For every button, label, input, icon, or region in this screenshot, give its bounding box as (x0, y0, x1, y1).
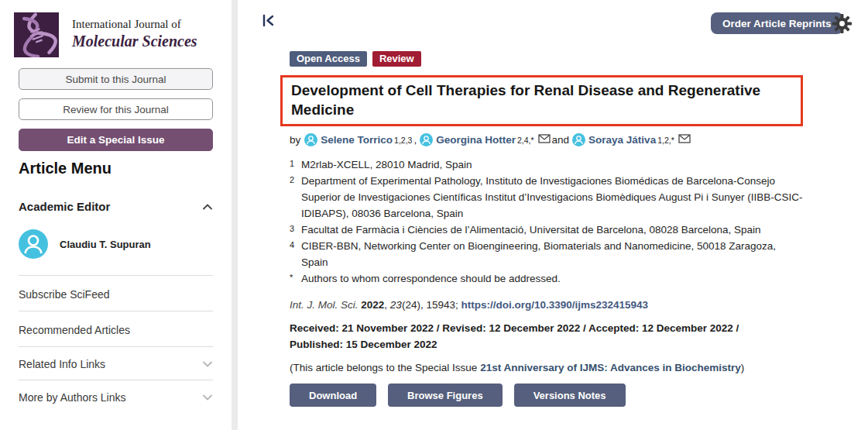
chevron-up-icon (202, 203, 213, 211)
author-link-georgina-hotter[interactable]: Georgina Hotter (436, 134, 516, 146)
special-issue-suffix: ) (741, 362, 745, 373)
avatar-icon (19, 229, 48, 259)
affiliation-list: 1 M2rlab-XCELL, 28010 Madrid, Spain 2 De… (290, 157, 805, 287)
affiliation-row: 1 M2rlab-XCELL, 28010 Madrid, Spain (290, 157, 805, 173)
affiliation-text: Authors to whom correspondence should be… (301, 270, 805, 287)
journal-name-line2: Molecular Sciences (72, 33, 197, 50)
author-avatar-icon (304, 133, 317, 146)
divider (19, 311, 213, 311)
citation-volume: 23 (390, 299, 402, 311)
affiliation-marker: 4 (290, 238, 301, 270)
browse-figures-button[interactable]: Browse Figures (388, 384, 503, 407)
doi-link[interactable]: https://doi.org/10.3390/ijms232415943 (461, 299, 648, 311)
citation-rest: (24), 15943; (402, 299, 461, 311)
author-affil-sup: 1,2,* (657, 136, 674, 145)
review-badge: Review (372, 51, 421, 67)
affiliation-marker: * (290, 270, 301, 287)
author-row: by Selene Torrico 1,2,3 , Georgina Hotte… (290, 133, 805, 146)
journal-abbrev: Int. J. Mol. Sci. (290, 299, 359, 311)
special-issue-prefix: (This article belongs to the Special Iss… (290, 362, 480, 373)
author-link-selene-torrico[interactable]: Selene Torrico (321, 134, 393, 146)
gear-icon[interactable] (832, 13, 853, 37)
author-separator: , (413, 134, 417, 146)
sidebar-item-subscribe-scifeed[interactable]: Subscribe SciFeed (19, 288, 213, 301)
badge-row: Open Access Review (290, 51, 805, 67)
by-label: by (290, 134, 300, 146)
history-line1: Received: 21 November 2022 / Revised: 12… (290, 320, 805, 336)
affiliation-row: * Authors to whom correspondence should … (290, 270, 805, 287)
divider (19, 275, 213, 276)
academic-editor-item[interactable]: Claudiu T. Supuran (19, 229, 151, 259)
envelope-icon[interactable] (538, 134, 551, 146)
submit-to-journal-button[interactable]: Submit to this Journal (19, 68, 213, 90)
affiliation-row: 2 Department of Experimental Pathology, … (290, 173, 805, 222)
subscribe-scifeed-label: Subscribe SciFeed (19, 288, 110, 301)
citation-comma: , (384, 299, 390, 311)
action-button-row: Download Browse Figures Versions Notes (290, 384, 805, 407)
sidebar-item-recommended-articles[interactable]: Recommended Articles (19, 324, 213, 336)
author-affil-sup: 2,4,* (517, 136, 534, 145)
affiliation-row: 3 Facultat de Farmàcia i Ciències de l’A… (290, 222, 805, 238)
affiliation-marker: 1 (290, 157, 301, 173)
sidebar-main-divider (232, 0, 238, 430)
journal-name-line1: International Journal of (72, 18, 197, 31)
affiliation-text: Department of Experimental Pathology, In… (301, 173, 805, 222)
order-article-reprints-button[interactable]: Order Article Reprints (711, 12, 843, 34)
article-main: Open Access Review Development of Cell T… (290, 51, 805, 407)
article-page: International Journal of Molecular Scien… (0, 0, 868, 430)
versions-notes-button[interactable]: Versions Notes (514, 384, 626, 407)
history-line2: Published: 15 December 2022 (290, 336, 805, 353)
citation-year: 2022 (361, 299, 384, 311)
dna-helix-icon (14, 12, 59, 57)
author-avatar-icon (572, 133, 585, 146)
open-access-badge: Open Access (290, 51, 367, 67)
envelope-icon[interactable] (678, 134, 691, 146)
affiliation-text: CIBER-BBN, Networking Center on Bioengin… (301, 238, 805, 270)
article-menu-title: Article Menu (19, 160, 112, 177)
academic-editor-name: Claudiu T. Supuran (60, 239, 151, 250)
article-title: Development of Cell Therapies for Renal … (291, 81, 792, 119)
affiliation-row: 4 CIBER-BBN, Networking Center on Bioeng… (290, 238, 805, 270)
affiliation-marker: 2 (290, 173, 301, 222)
edit-special-issue-button[interactable]: Edit a Special Issue (19, 129, 213, 151)
review-for-journal-button[interactable]: Review for this Journal (19, 98, 213, 120)
citation-line: Int. J. Mol. Sci. 2022, 23(24), 15943; h… (290, 299, 805, 311)
academic-editor-label: Academic Editor (19, 200, 110, 213)
author-affil-sup: 1,2,3 (394, 136, 412, 145)
recommended-articles-label: Recommended Articles (19, 324, 130, 336)
chevron-down-icon (202, 394, 213, 401)
more-by-authors-links-label: More by Authors Links (19, 391, 126, 404)
annotation-highlight-box: Development of Cell Therapies for Renal … (280, 75, 803, 126)
special-issue-line: (This article belongs to the Special Iss… (290, 362, 805, 373)
sidebar: International Journal of Molecular Scien… (0, 0, 230, 430)
download-button[interactable]: Download (290, 384, 376, 407)
sidebar-item-related-info-links[interactable]: Related Info Links (19, 358, 213, 370)
journal-logo[interactable] (14, 12, 59, 57)
author-link-soraya-jativa[interactable]: Soraya Játiva (588, 134, 656, 146)
academic-editor-toggle[interactable]: Academic Editor (19, 200, 213, 213)
related-info-links-label: Related Info Links (19, 358, 105, 370)
special-issue-link[interactable]: 21st Anniversary of IJMS: Advances in Bi… (480, 362, 741, 373)
author-separator: and (552, 134, 570, 146)
article-history: Received: 21 November 2022 / Revised: 12… (290, 320, 805, 353)
chevron-down-icon (202, 360, 213, 368)
affiliation-text: M2rlab-XCELL, 28010 Madrid, Spain (301, 157, 805, 173)
author-avatar-icon (420, 133, 433, 146)
journal-name[interactable]: International Journal of Molecular Scien… (72, 18, 197, 50)
divider (19, 380, 213, 380)
sidebar-item-more-by-authors-links[interactable]: More by Authors Links (19, 391, 213, 404)
affiliation-marker: 3 (290, 222, 301, 238)
divider (19, 346, 213, 347)
affiliation-text: Facultat de Farmàcia i Ciències de l’Ali… (301, 222, 805, 238)
collapse-sidebar-icon[interactable] (262, 14, 276, 30)
